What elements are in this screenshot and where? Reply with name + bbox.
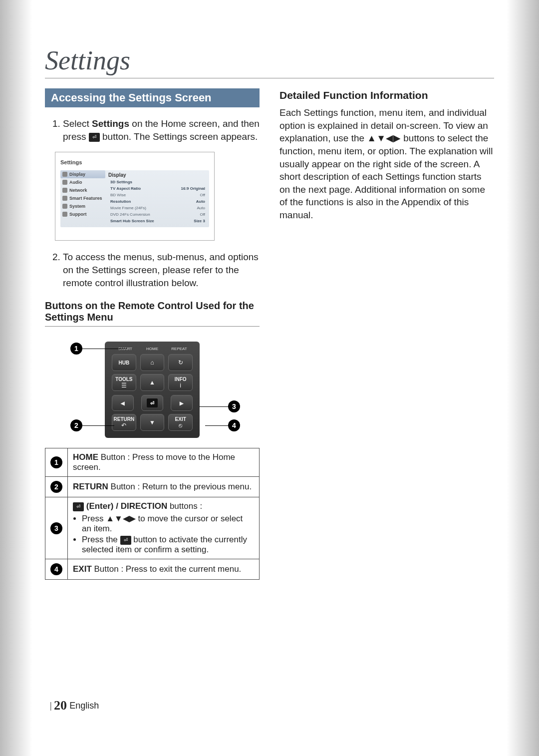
ss-row: DVD 24Fs ConversionOff [108, 211, 207, 218]
settings-screenshot-title: Settings [60, 159, 209, 165]
ss-row: Movie Frame (24Fs)Auto [108, 205, 207, 211]
remote-down-button: ▼ [140, 414, 165, 431]
ss-row: TV Aspect Ratio16:9 Original [108, 185, 207, 192]
right-heading: Detailed Function Information [279, 89, 494, 101]
remote-exit-button: EXIT⎋ [168, 414, 193, 431]
desc-enter-direction: ⏎ (Enter) / DIRECTION buttons : Press ▲▼… [68, 497, 260, 559]
num-2-icon: 2 [50, 481, 62, 493]
step-1: Select Settings on the Home screen, and … [63, 117, 260, 143]
num-3-icon: 3 [50, 522, 62, 534]
remote-up-button: ▲ [140, 374, 165, 391]
callout-3: 3 [228, 400, 240, 412]
enter-icon: ⏎ [89, 133, 100, 142]
callout-4: 4 [228, 419, 240, 431]
remote-left-button: ◀ [112, 395, 134, 411]
remote-illustration: 1 2 3 4 SMARTHOMEREPEAT HUB ⌂ ↻ TOOLS☰ ▲… [67, 342, 237, 438]
remote-enter-button: ⏎ [141, 395, 163, 411]
ss-main-title: Display [108, 170, 207, 179]
ss-side-support: Support [60, 210, 105, 218]
enter-icon: ⏎ [73, 502, 84, 511]
remote-hub-button: HUB [112, 354, 136, 371]
page-footer: | 20 English [50, 698, 99, 713]
ss-row: ResolutionAuto [108, 198, 207, 205]
enter-icon: ⏎ [120, 536, 131, 545]
callout-2: 2 [70, 419, 82, 431]
ss-side-system: System [60, 202, 105, 210]
callout-1: 1 [70, 343, 82, 355]
title-divider [45, 78, 494, 78]
remote-info-button: INFOi [168, 374, 193, 391]
remote-repeat-button: ↻ [168, 354, 193, 371]
right-body: Each Settings function, menu item, and i… [279, 106, 494, 222]
ss-row: 3D Settings [108, 179, 207, 185]
settings-screenshot: Settings Display Audio Network Smart Fea… [55, 152, 215, 241]
page-title: Settings [45, 45, 494, 76]
step-2: To access the menus, sub-menus, and opti… [63, 251, 260, 289]
desc-home: HOME Button : Press to move to the Home … [68, 448, 260, 477]
ss-side-smart: Smart Features [60, 194, 105, 202]
ss-side-display: Display [60, 170, 105, 178]
remote-return-button: RETURN↶ [112, 414, 136, 431]
desc-return: RETURN Button : Return to the previous m… [68, 477, 260, 497]
remote-right-button: ▶ [171, 395, 193, 411]
remote-tools-button: TOOLS☰ [112, 374, 136, 391]
remote-home-button: ⌂ [140, 354, 165, 371]
ss-side-audio: Audio [60, 178, 105, 186]
desc-exit: EXIT Button : Press to exit the current … [68, 559, 260, 580]
ss-row: Smart Hub Screen SizeSize 3 [108, 218, 207, 224]
subhead-remote: Buttons on the Remote Control Used for t… [45, 300, 260, 327]
section-head-accessing: Accessing the Settings Screen [45, 88, 260, 107]
num-4-icon: 4 [50, 563, 62, 575]
num-1-icon: 1 [50, 456, 62, 468]
button-description-table: 1 HOME Button : Press to move to the Hom… [45, 448, 260, 580]
ss-side-network: Network [60, 186, 105, 194]
ss-row: BD WiseOff [108, 192, 207, 198]
